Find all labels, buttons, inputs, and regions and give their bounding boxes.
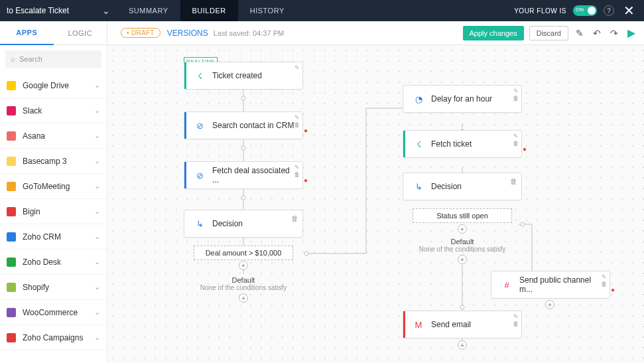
sidebar-app-item[interactable]: Basecamp 3⌄ xyxy=(0,149,107,174)
gmail-icon: M xyxy=(413,319,424,330)
toggle-knob xyxy=(588,7,596,15)
slack-icon: # xyxy=(501,279,513,291)
svg-point-8 xyxy=(304,252,308,255)
sidebar-app-item[interactable]: Slack⌄ xyxy=(0,98,107,123)
app-name: Basecamp 3 xyxy=(23,157,67,166)
sidebar-app-item[interactable]: GoToMeeting⌄ xyxy=(0,174,107,199)
trash-icon[interactable]: 🗑 xyxy=(510,177,517,185)
toggle-on-label: ON xyxy=(576,7,584,13)
flow-enabled-toggle[interactable]: ON xyxy=(573,5,597,16)
undo-icon[interactable]: ↶ xyxy=(591,28,603,38)
help-icon[interactable]: ? xyxy=(604,5,614,16)
app-name: Asana xyxy=(23,131,45,141)
node-controls[interactable]: ✎🗑 xyxy=(294,164,300,179)
flow-status-label: YOUR FLOW IS xyxy=(514,7,566,15)
chevron-down-icon: ⌄ xyxy=(102,5,110,16)
chevron-down-icon: ⌄ xyxy=(94,283,100,291)
node-ticket-created[interactable]: ☇Ticket created ✎ xyxy=(184,62,303,90)
app-logo-icon xyxy=(7,232,16,242)
draft-badge: • DRAFT xyxy=(121,28,161,38)
node-decision-1[interactable]: ↳Decision 🗑 xyxy=(184,210,303,238)
add-step-icon[interactable]: + xyxy=(239,293,248,303)
app-name: Zoho Campaigns xyxy=(23,333,83,342)
redo-icon[interactable]: ↷ xyxy=(608,28,620,38)
app-name: Bigin xyxy=(23,207,40,216)
svg-point-3 xyxy=(241,146,245,150)
app-logo-icon xyxy=(7,207,16,216)
node-controls[interactable]: ✎🗑 xyxy=(294,114,300,129)
node-fetch-deal[interactable]: ⊘Fetch deal associated ... ✎🗑 ● xyxy=(184,161,303,189)
chevron-down-icon: ⌄ xyxy=(94,81,100,90)
node-controls[interactable]: ✎🗑 xyxy=(513,313,519,328)
sidebar-app-item[interactable]: Google Drive⌄ xyxy=(0,73,107,98)
app-name: WooCommerce xyxy=(23,308,78,317)
search-placeholder: Search xyxy=(19,55,42,63)
add-step-icon[interactable]: + xyxy=(458,340,467,350)
svg-point-5 xyxy=(241,196,245,200)
node-delay-hour[interactable]: ◔Delay for an hour ✎🗑 xyxy=(403,85,522,113)
search-icon: ⌕ xyxy=(11,54,15,64)
flow-title-dropdown[interactable]: to Escalate Ticket ⌄ xyxy=(0,5,117,16)
tab-history[interactable]: HISTORY xyxy=(238,0,296,21)
app-name: Zoho CRM xyxy=(23,232,61,242)
sidebar-app-item[interactable]: Asana⌄ xyxy=(0,123,107,149)
tab-builder[interactable]: BUILDER xyxy=(180,0,238,21)
sidebar-app-item[interactable]: Zoho CRM⌄ xyxy=(0,224,107,250)
default-branch-2: Default None of the conditions satisfy xyxy=(409,238,515,253)
search-input[interactable]: ⌕ Search xyxy=(5,50,101,68)
error-dot-icon: ● xyxy=(304,177,308,184)
condition-status-open[interactable]: Status still open xyxy=(413,208,512,223)
node-send-email[interactable]: MSend email ✎🗑 xyxy=(403,311,522,338)
sidebar-app-item[interactable]: Zoho Desk⌄ xyxy=(0,250,107,275)
node-fetch-ticket[interactable]: ☇Fetch ticket ✎🗑 ● xyxy=(403,130,522,158)
node-slack-message[interactable]: #Send public channel m... ✎🗑 ● xyxy=(491,271,610,299)
node-controls[interactable]: ✎🗑 xyxy=(513,133,519,147)
app-logo-icon xyxy=(7,257,16,267)
error-dot-icon: ● xyxy=(611,286,615,293)
app-name: GoToMeeting xyxy=(23,182,70,191)
node-controls[interactable]: ✎ xyxy=(294,64,300,72)
trigger-icon: ☇ xyxy=(194,70,206,82)
app-logo-icon xyxy=(7,157,16,166)
apps-sidebar: ⌕ Search Google Drive⌄Slack⌄Asana⌄Baseca… xyxy=(0,45,107,363)
add-condition-icon[interactable]: + xyxy=(239,261,248,270)
add-step-icon[interactable]: + xyxy=(458,255,467,264)
add-condition-icon[interactable]: + xyxy=(458,224,467,234)
node-decision-2[interactable]: ↳Decision 🗑 xyxy=(403,173,522,200)
versions-link[interactable]: VERSIONS xyxy=(167,29,208,38)
discard-button[interactable]: Discard xyxy=(529,26,568,40)
app-logo-icon xyxy=(7,131,16,141)
close-icon[interactable]: ✕ xyxy=(621,3,637,19)
subtab-logic[interactable]: LOGIC xyxy=(54,21,107,45)
play-icon[interactable]: ▶ xyxy=(625,27,637,39)
sidebar-app-item[interactable]: Bigin⌄ xyxy=(0,199,107,224)
magic-wand-icon[interactable]: ✎ xyxy=(574,28,586,38)
tab-summary[interactable]: SUMMARY xyxy=(117,0,180,21)
node-controls[interactable]: ✎🗑 xyxy=(513,88,519,102)
top-bar: to Escalate Ticket ⌄ SUMMARY BUILDER HIS… xyxy=(0,0,644,21)
trigger-icon: ☇ xyxy=(413,138,424,150)
sidebar-app-item[interactable]: Zoho Campaigns⌄ xyxy=(0,325,107,350)
app-name: Shopify xyxy=(23,283,49,292)
subtab-apps[interactable]: APPS xyxy=(0,21,54,45)
link-icon: ⊘ xyxy=(194,169,206,181)
flow-canvas[interactable]: REALTIME ☇Ticket created ✎ ⊘Search conta… xyxy=(107,45,644,363)
condition-deal-amount[interactable]: Deal amount > $10,000 xyxy=(194,246,293,260)
apply-changes-button[interactable]: Apply changes xyxy=(463,26,524,40)
node-search-contact[interactable]: ⊘Search contact in CRM ✎🗑 ● xyxy=(184,111,303,139)
error-dot-icon: ● xyxy=(304,127,308,134)
chevron-down-icon: ⌄ xyxy=(94,257,100,266)
trash-icon[interactable]: 🗑 xyxy=(291,214,298,222)
chevron-down-icon: ⌄ xyxy=(94,232,100,241)
link-icon: ⊘ xyxy=(194,119,206,131)
app-logo-icon xyxy=(7,283,16,292)
add-step-icon[interactable]: + xyxy=(545,300,554,309)
default-branch-1: Default None of the conditions satisfy xyxy=(190,276,296,291)
top-tabs: SUMMARY BUILDER HISTORY xyxy=(117,0,296,21)
node-controls[interactable]: ✎🗑 xyxy=(601,273,607,288)
chevron-down-icon: ⌄ xyxy=(94,157,100,165)
sidebar-tabs: APPS LOGIC xyxy=(0,21,107,45)
sidebar-app-item[interactable]: Shopify⌄ xyxy=(0,275,107,300)
app-logo-icon xyxy=(7,333,16,342)
sidebar-app-item[interactable]: WooCommerce⌄ xyxy=(0,300,107,325)
